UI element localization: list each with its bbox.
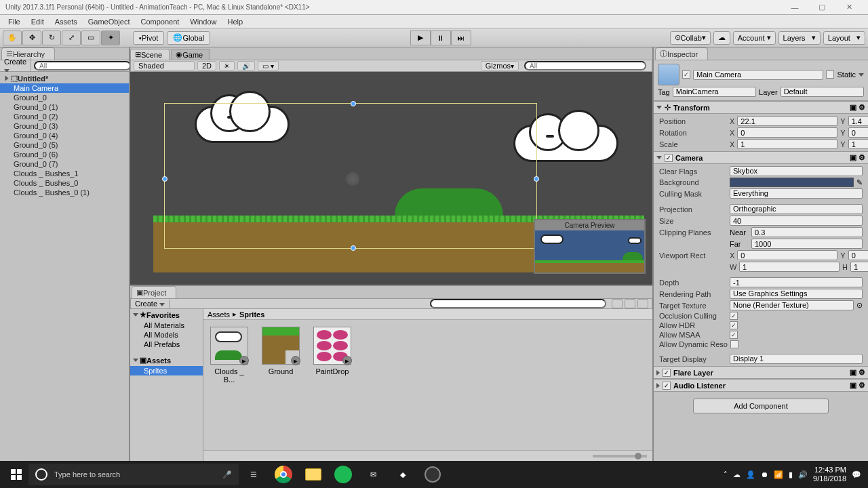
vp-w[interactable] <box>739 262 840 272</box>
start-button[interactable] <box>4 464 28 485</box>
collab-dropdown[interactable]: ⊙ Collab ▾ <box>670 31 711 45</box>
gameobject-icon[interactable] <box>658 64 679 85</box>
audio-enabled[interactable] <box>663 382 671 390</box>
taskbar-search[interactable]: Type here to search 🎤 <box>28 464 239 485</box>
gizmos-dropdown[interactable]: Gizmos ▾ <box>481 61 519 70</box>
menu-file[interactable]: File <box>3 18 26 26</box>
account-dropdown[interactable]: Account ▾ <box>733 31 776 45</box>
size-input[interactable] <box>730 216 863 226</box>
depth-input[interactable] <box>730 277 863 287</box>
rot-x[interactable] <box>737 127 837 138</box>
add-component-button[interactable]: Add Component <box>693 399 829 413</box>
cloud-button[interactable]: ☁ <box>713 31 730 45</box>
gameobject-active-checkbox[interactable] <box>682 70 690 79</box>
hierarchy-item[interactable]: Clouds _ Bushes_0 <box>0 178 129 188</box>
target-texture-field[interactable]: None (Render Texture) <box>730 300 854 310</box>
hierarchy-item[interactable]: Main Camera <box>0 83 129 93</box>
fx-toggle[interactable]: ▭ ▾ <box>258 61 279 70</box>
folder-sprites[interactable]: Sprites <box>130 366 203 375</box>
far-clip[interactable] <box>751 239 863 249</box>
culling-mask-dropdown[interactable]: Everything <box>730 188 863 199</box>
pivot-button[interactable]: ▪ Pivot <box>133 31 164 45</box>
menu-component[interactable]: Component <box>135 18 184 26</box>
transform-component-header[interactable]: ⊹ Transform▣ ⚙ <box>654 101 868 114</box>
occlusion-checkbox[interactable] <box>730 312 738 320</box>
spotify-icon[interactable] <box>328 462 358 487</box>
near-clip[interactable] <box>751 227 863 237</box>
menu-help[interactable]: Help <box>222 18 248 26</box>
obs-icon[interactable] <box>418 462 448 487</box>
audio-listener-header[interactable]: Audio Listener▣ ⚙ <box>654 379 868 392</box>
hierarchy-item[interactable]: Ground_0 (6) <box>0 150 129 159</box>
flare-enabled[interactable] <box>663 369 671 377</box>
scene-tab[interactable]: ⊞ Scene <box>130 49 170 60</box>
audio-toggle[interactable]: 🔊 <box>237 61 255 70</box>
pause-button[interactable]: ⏸ <box>431 30 451 45</box>
fav-all-models[interactable]: All Models <box>130 330 203 340</box>
asset-clouds-bushes[interactable]: ▸ Clouds _ B... <box>210 327 248 384</box>
project-search[interactable] <box>430 299 606 308</box>
proj-filter-1[interactable] <box>612 299 623 308</box>
menu-gameobject[interactable]: GameObject <box>83 18 136 26</box>
2d-toggle[interactable]: 2D <box>197 61 216 70</box>
static-checkbox[interactable] <box>826 70 834 79</box>
project-tab[interactable]: ▣ Project <box>132 286 176 298</box>
hierarchy-item[interactable]: Ground_0 (5) <box>0 140 129 150</box>
target-display-dropdown[interactable]: Display 1 <box>730 354 863 364</box>
tray-onedrive-icon[interactable]: ☁ <box>733 470 741 479</box>
game-tab[interactable]: ◉ Game <box>171 49 210 60</box>
play-button[interactable]: ▶ <box>410 30 431 45</box>
pos-y[interactable] <box>848 116 868 126</box>
minimize-button[interactable]: — <box>781 3 808 12</box>
tray-battery-icon[interactable]: ▮ <box>789 470 793 479</box>
hierarchy-item[interactable]: Clouds _ Bushes_0 (1) <box>0 188 129 197</box>
hierarchy-item[interactable]: Clouds _ Bushes_1 <box>0 169 129 178</box>
static-dropdown[interactable] <box>859 73 864 77</box>
projection-dropdown[interactable]: Orthographic <box>730 204 863 214</box>
rect-tool[interactable]: ▭ <box>81 30 100 45</box>
tray-volume-icon[interactable]: 🔊 <box>798 470 808 479</box>
hierarchy-search[interactable] <box>34 61 131 70</box>
assets-header[interactable]: ▣ Assets <box>130 354 203 366</box>
breadcrumb-sprites[interactable]: Sprites <box>239 310 264 319</box>
msaa-checkbox[interactable] <box>730 331 738 339</box>
maximize-button[interactable]: ▢ <box>808 3 835 12</box>
camera-enabled[interactable] <box>665 154 673 162</box>
layers-dropdown[interactable]: Layers ▾ <box>778 31 821 45</box>
transform-tool[interactable]: ✦ <box>101 30 120 45</box>
project-create[interactable]: Create <box>131 300 170 308</box>
rendering-path-dropdown[interactable]: Use Graphics Settings <box>730 289 863 299</box>
hdr-checkbox[interactable] <box>730 321 738 329</box>
mail-icon[interactable]: ✉ <box>358 462 388 487</box>
asset-paintdrop[interactable]: ▸ PaintDrop <box>313 327 351 375</box>
vp-h[interactable] <box>850 262 868 272</box>
scene-search[interactable] <box>524 61 646 70</box>
tray-record-icon[interactable]: ⏺ <box>761 470 768 479</box>
hierarchy-item[interactable]: Ground_0 (4) <box>0 131 129 140</box>
vp-y[interactable] <box>848 250 868 260</box>
asset-ground[interactable]: ▸ Ground <box>262 327 300 375</box>
hierarchy-item[interactable]: Ground_0 <box>0 93 129 102</box>
rotate-tool[interactable]: ↻ <box>42 30 61 45</box>
scale-tool[interactable]: ⤢ <box>62 30 81 45</box>
tag-dropdown[interactable]: MainCamera <box>673 87 756 97</box>
proj-filter-3[interactable] <box>637 299 648 308</box>
gameobject-name-input[interactable] <box>693 70 823 80</box>
hierarchy-item[interactable]: Ground_0 (3) <box>0 121 129 131</box>
proj-filter-2[interactable] <box>625 299 635 308</box>
tray-people-icon[interactable]: 👤 <box>746 470 755 479</box>
mic-icon[interactable]: 🎤 <box>222 470 232 479</box>
breadcrumb-assets[interactable]: Assets <box>208 310 230 319</box>
hierarchy-item[interactable]: Ground_0 (2) <box>0 112 129 121</box>
notification-icon[interactable]: 💬 <box>852 470 861 479</box>
dyn-reso-checkbox[interactable] <box>730 340 738 348</box>
layout-dropdown[interactable]: Layout ▾ <box>823 31 865 45</box>
center-gizmo[interactable] <box>346 172 359 186</box>
hierarchy-root[interactable]: ⬚ Untitled* <box>0 73 129 83</box>
hierarchy-item[interactable]: Ground_0 (1) <box>0 102 129 112</box>
hierarchy-item[interactable]: Ground_0 (7) <box>0 159 129 169</box>
chrome-icon[interactable] <box>269 462 298 487</box>
explorer-icon[interactable] <box>298 462 328 487</box>
scale-y[interactable] <box>848 139 868 149</box>
clear-flags-dropdown[interactable]: Skybox <box>730 166 863 176</box>
